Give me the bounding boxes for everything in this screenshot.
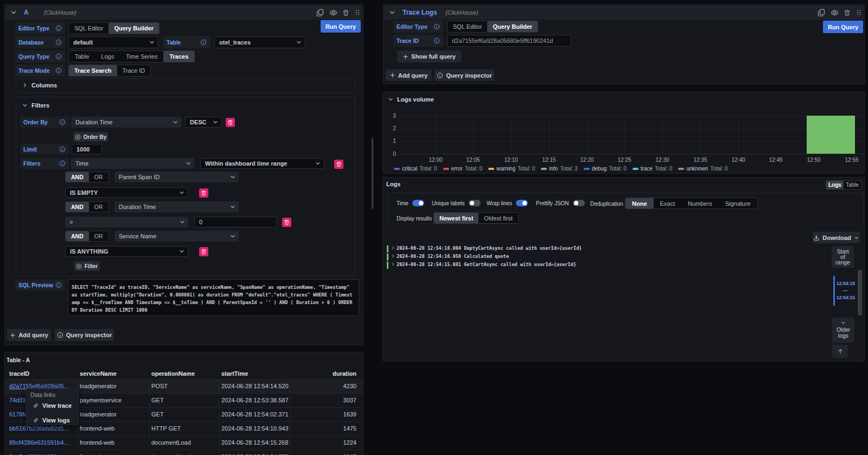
data-links-view-trace[interactable]: View trace	[27, 400, 79, 412]
trace-mode-search[interactable]: Trace Search	[69, 65, 117, 76]
run-query-button[interactable]: Run Query	[321, 20, 361, 33]
scroll-to-top-button[interactable]	[832, 345, 848, 358]
view-logs[interactable]: Logs	[826, 181, 844, 189]
remove-filter-button[interactable]	[334, 160, 343, 169]
add-query-button[interactable]: Add query	[386, 69, 431, 81]
duplicate-query-icon[interactable]	[316, 9, 324, 16]
limit-input[interactable]: 1000	[72, 144, 102, 154]
wrap-lines-toggle[interactable]	[516, 200, 528, 206]
data-links-view-logs[interactable]: View logs	[27, 414, 79, 426]
add-filter-button[interactable]: Filter	[74, 261, 100, 271]
column-header-duration[interactable]: duration	[291, 370, 356, 377]
left-pane-scrollbar[interactable]	[372, 138, 373, 209]
add-order-by-button[interactable]: Order By	[73, 132, 108, 142]
remove-condition-button[interactable]	[199, 188, 208, 198]
column-header-servicename[interactable]: serviceName	[80, 370, 117, 377]
display-oldest[interactable]: Oldest first	[478, 213, 518, 223]
legend-item-debug[interactable]: debugTotal: 0	[584, 166, 627, 172]
condition-and[interactable]: AND	[66, 172, 89, 182]
duplicate-query-icon[interactable]	[818, 9, 825, 16]
display-newest[interactable]: Newest first	[434, 213, 478, 223]
info-log-bar[interactable]	[807, 116, 855, 154]
start-of-range-button[interactable]: Start of range	[832, 246, 854, 268]
remove-condition-button[interactable]	[199, 247, 208, 256]
condition-and[interactable]: AND	[66, 202, 89, 212]
legend-item-unknown[interactable]: unknownTotal: 0	[678, 166, 727, 172]
info-icon[interactable]	[55, 53, 62, 60]
trace-link[interactable]: 89cf4286e631591b4...	[9, 439, 69, 446]
query-type-table[interactable]: Table	[69, 51, 95, 62]
editor-type-sql[interactable]: SQL Editor	[69, 23, 108, 34]
columns-section[interactable]: Columns	[16, 78, 355, 93]
view-table[interactable]: Table	[844, 181, 861, 189]
info-icon[interactable]	[200, 39, 207, 46]
drag-handle-icon[interactable]	[354, 9, 361, 16]
download-button[interactable]: Download	[813, 232, 860, 243]
unique-labels-toggle[interactable]	[469, 200, 481, 206]
condition-field-select[interactable]: Duration Time	[114, 201, 239, 212]
log-row[interactable]: 2024-06-28 12:54:18.004 EmptyCartAsync c…	[397, 245, 582, 251]
delete-query-icon[interactable]	[342, 9, 349, 16]
log-row[interactable]: 2024-06-28 12:54:16.956 Calculated quote	[397, 254, 509, 259]
query-inspector-button[interactable]: Query inspector	[435, 69, 494, 81]
prettify-json-toggle[interactable]	[573, 200, 585, 206]
order-by-field-select[interactable]: Duration Time	[71, 117, 181, 128]
show-full-query-button[interactable]: Show full query	[397, 50, 461, 62]
trace-mode-id[interactable]: Trace ID	[117, 65, 151, 76]
query-type-timeseries[interactable]: Time Series	[120, 51, 163, 62]
condition-op-select[interactable]: IS ANYTHING	[65, 246, 188, 257]
info-icon[interactable]	[59, 119, 66, 125]
query-type-traces[interactable]: Traces	[163, 51, 194, 62]
remove-condition-button[interactable]	[282, 218, 291, 227]
legend-item-info[interactable]: infoTotal: 3	[541, 166, 577, 172]
log-row[interactable]: 2024-06-28 12:54:15.081 GetCartAsync cal…	[397, 262, 576, 267]
delete-query-icon[interactable]	[844, 9, 851, 16]
run-query-button[interactable]: Run Query	[823, 21, 863, 33]
column-header-starttime[interactable]: startTime	[221, 370, 248, 377]
query-ref-name[interactable]: A	[24, 9, 29, 16]
info-icon[interactable]	[55, 25, 62, 31]
dedup-signature[interactable]: Signature	[719, 198, 757, 208]
editor-type-builder[interactable]: Query Builder	[108, 23, 159, 34]
expand-log-icon[interactable]	[391, 262, 395, 267]
info-icon[interactable]	[59, 160, 66, 167]
table-select[interactable]: otel_traces	[214, 36, 305, 48]
hide-query-icon[interactable]	[831, 9, 839, 17]
time-toggle[interactable]	[412, 200, 424, 206]
condition-or[interactable]: OR	[89, 172, 108, 182]
filters-section-header[interactable]: Filters	[22, 102, 49, 109]
database-select[interactable]: default	[68, 36, 158, 48]
column-header-operationname[interactable]: operationName	[151, 370, 195, 377]
query-inspector-button[interactable]: Query inspector	[55, 329, 114, 341]
condition-field-select[interactable]: Parent Span ID	[114, 172, 239, 182]
condition-op-select[interactable]: >	[65, 217, 188, 228]
legend-item-warning[interactable]: warningTotal: 0	[488, 166, 535, 172]
logs-scrollbar[interactable]	[858, 270, 862, 315]
legend-item-critical[interactable]: criticalTotal: 0	[394, 166, 437, 172]
condition-value-input[interactable]: 0	[194, 217, 277, 228]
condition-and[interactable]: AND	[66, 231, 89, 241]
editor-type-builder[interactable]: Query Builder	[487, 21, 538, 32]
dedup-exact[interactable]: Exact	[654, 198, 682, 208]
chevron-down-icon[interactable]	[10, 9, 17, 16]
filter-field-select[interactable]: Time	[71, 158, 194, 169]
info-icon[interactable]	[55, 39, 62, 46]
log-nav-timeline[interactable]	[833, 276, 835, 306]
info-icon[interactable]	[59, 146, 66, 153]
trace-id-input[interactable]: d2a7155ef6a928a05680e5ff6190241d	[447, 35, 571, 47]
chevron-down-icon[interactable]	[388, 9, 396, 16]
order-by-direction-select[interactable]: DESC	[185, 117, 222, 128]
filter-op-select[interactable]: Within dashboard time range	[200, 158, 324, 169]
older-logs-button[interactable]: Older logs	[832, 318, 854, 343]
add-query-button[interactable]: Add query	[7, 329, 51, 341]
condition-field-select[interactable]: Service Name	[114, 231, 239, 242]
remove-order-by-button[interactable]	[226, 118, 235, 127]
legend-item-error[interactable]: errorTotal: 0	[443, 166, 482, 172]
query-row-header-a[interactable]: A (ClickHouse)	[5, 5, 362, 20]
info-icon[interactable]	[433, 23, 440, 30]
logs-panel-title[interactable]: Logs	[386, 181, 400, 187]
legend-item-trace[interactable]: traceTotal: 0	[633, 166, 672, 172]
condition-or[interactable]: OR	[89, 231, 108, 241]
logs-volume-header[interactable]: Logs volume	[387, 96, 434, 103]
info-icon[interactable]	[433, 37, 440, 44]
